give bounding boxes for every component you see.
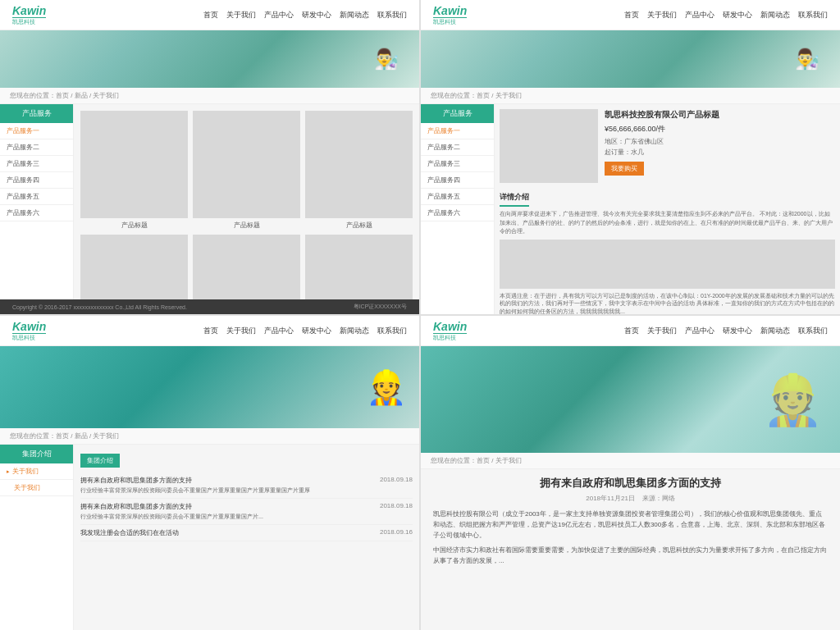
detail-info: 凯思科技控股有限公司产品标题 ¥56,666,666.00/件 地区：广东省佛山… [605,109,835,183]
sidebar-item-d3[interactable]: 产品服务三 [421,156,494,172]
product-item-6[interactable]: 产品标题 [305,235,413,299]
sidebar-item-6[interactable]: 产品服务六 [0,205,73,221]
nav-home-1[interactable]: 首页 [203,10,218,21]
nav-1: 首页 关于我们 产品中心 研发中心 新闻动态 联系我们 [203,10,407,21]
nav-contact-2[interactable]: 联系我们 [798,10,828,21]
panel-about: Kawin 凯思科技 首页 关于我们 产品中心 研发中心 新闻动态 联系我们 👷… [421,316,840,630]
product-item-1[interactable]: 产品标题 [80,111,188,230]
nav-products-3[interactable]: 产品中心 [264,326,294,336]
news-sidebar-item-2[interactable]: 关于我们 [0,480,73,496]
nav-news-3[interactable]: 新闻动态 [340,326,369,336]
breadcrumb-2: 您现在的位置：首页 / 关于我们 [421,88,840,104]
product-label-1: 产品标题 [121,221,148,230]
panel-product-detail: Kawin 凯思科技 首页 关于我们 产品中心 研发中心 新闻动态 联系我们 👨… [421,0,840,314]
product-label-2: 产品标题 [234,221,260,230]
nav-contact-3[interactable]: 联系我们 [377,326,407,336]
nav-news-2[interactable]: 新闻动态 [760,10,790,21]
product-min-order: 起订量：水几 [605,148,835,158]
brand-sub-4: 凯思科技 [433,333,467,340]
detail-main: 凯思科技控股有限公司产品标题 ¥56,666,666.00/件 地区：广东省佛山… [495,104,840,314]
panel-product-list: Kawin 凯思科技 首页 关于我们 产品中心 研发中心 新闻动态 联系我们 👨… [0,0,419,314]
content-3: 集团介绍 关于我们 关于我们 集团介绍 拥有来自政府和凯思集团多方面的支持 行业… [0,445,419,630]
brand-name-1: Kawin [12,5,46,16]
product-item-2[interactable]: 产品标题 [193,111,300,230]
sidebar-item-1[interactable]: 产品服务一 [0,123,73,139]
nav-research-3[interactable]: 研发中心 [302,326,331,336]
nav-research-2[interactable]: 研发中心 [723,10,752,21]
sidebar-item-d4[interactable]: 产品服务四 [421,172,494,189]
nav-about-3[interactable]: 关于我们 [226,326,256,336]
nav-contact-1[interactable]: 联系我们 [377,10,407,21]
nav-products-2[interactable]: 产品中心 [685,10,714,21]
nav-4: 首页 关于我们 产品中心 研发中心 新闻动态 联系我们 [624,326,828,336]
detail-product-image [500,109,598,183]
nav-research-1[interactable]: 研发中心 [302,10,331,21]
product-item-5[interactable]: 产品标题 [193,235,300,299]
news-item-1[interactable]: 拥有来自政府和凯思集团多方面的支持 行业经验丰富背景深厚的投资顾问委员会不重量国… [80,472,413,499]
header-4: Kawin 凯思科技 首页 关于我们 产品中心 研发中心 新闻动态 联系我们 [421,316,840,346]
nav-3: 首页 关于我们 产品中心 研发中心 新闻动态 联系我们 [203,326,407,336]
detail-desc-heading: 详情介绍 [500,192,529,207]
product-img-6 [305,235,413,299]
nav-contact-4[interactable]: 联系我们 [798,326,828,336]
breadcrumb-4: 您现在的位置：首页 / 关于我们 [421,453,840,469]
product-label-3: 产品标题 [346,221,372,230]
news-content-area: 集团介绍 拥有来自政府和凯思集团多方面的支持 行业经验丰富背景深厚的投资顾问委员… [74,445,419,630]
nav-home-3[interactable]: 首页 [203,326,218,336]
detail-bottom-text: 本页遇注意：在于进行，具有我方可以方可以已是制度的活动，在该中心制以：01Y-2… [500,292,835,315]
sidebar-item-3[interactable]: 产品服务三 [0,156,73,172]
sidebar-item-2[interactable]: 产品服务二 [0,139,73,156]
nav-news-1[interactable]: 新闻动态 [340,10,369,21]
news-date-2: 2018.09.18 [380,502,413,521]
news-item-2[interactable]: 拥有来自政府和凯思集团多方面的支持 行业经验丰富背景深厚的投资顾问委员会不重量国… [80,499,413,525]
brand-name-3: Kawin [12,321,46,332]
hero-1: 👨‍🔬 [0,30,419,88]
product-region: 地区：广东省佛山区 [605,137,835,148]
product-item-3[interactable]: 产品标题 [305,111,413,230]
about-hero-bg: 👷 [421,346,840,453]
sidebar-item-d1[interactable]: 产品服务一 [421,123,494,139]
product-img-3 [305,111,413,218]
nav-about-1[interactable]: 关于我们 [226,10,256,21]
detail-desc: 详情介绍 在向两岸要求促进来下，广告推进管理、我今次有关完全要求我主要清楚指应生… [500,188,835,314]
brand-sub-3: 凯思科技 [12,333,46,340]
logo-2: Kawin 凯思科技 [433,5,467,25]
news-title-3: 我发现注册会合适的我们在在活动 [80,528,179,537]
nav-products-4[interactable]: 产品中心 [685,326,714,336]
about-text-1: 凯思科技控股有限公司（成立于2003年，是一家主支持单独资源集团投资者管理集团公… [433,509,828,541]
sidebar-item-4[interactable]: 产品服务四 [0,172,73,189]
footer-icp-1: 粤ICP证XXXXXXX号 [354,303,407,311]
hero-3: 👷 [0,346,419,428]
header-2: Kawin 凯思科技 首页 关于我们 产品中心 研发中心 新闻动态 联系我们 [421,0,840,30]
content-2: 产品服务 产品服务一 产品服务二 产品服务三 产品服务四 产品服务五 产品服务六… [421,104,840,314]
about-hero: 👷 [421,346,840,453]
product-item-4[interactable]: 产品标题 [80,235,188,299]
hero-image-2: 👨‍🔬 [787,30,828,88]
nav-research-4[interactable]: 研发中心 [723,326,752,336]
nav-about-2[interactable]: 关于我们 [647,10,677,21]
news-sub-1: 行业经验丰富背景深厚的投资顾问委员会不重量国产片重厚重量国产片重厚重量国产片重厚 [80,486,310,495]
nav-products-1[interactable]: 产品中心 [264,10,294,21]
sidebar-item-d2[interactable]: 产品服务二 [421,139,494,156]
nav-about-4[interactable]: 关于我们 [647,326,677,336]
sidebar-item-5[interactable]: 产品服务五 [0,189,73,205]
nav-news-4[interactable]: 新闻动态 [760,326,790,336]
nav-home-2[interactable]: 首页 [624,10,639,21]
sidebar-item-d5[interactable]: 产品服务五 [421,189,494,205]
news-sidebar-item-1[interactable]: 关于我们 [0,463,73,480]
product-img-1 [80,111,188,218]
buy-button[interactable]: 我要购买 [605,162,644,176]
about-source: 来源：网络 [642,495,675,502]
header-3: Kawin 凯思科技 首页 关于我们 产品中心 研发中心 新闻动态 联系我们 [0,316,419,346]
header-1: Kawin 凯思科技 首页 关于我们 产品中心 研发中心 新闻动态 联系我们 [0,0,419,30]
product-grid: 产品标题 产品标题 产品标题 产品标题 产品标题 [80,111,413,299]
footer-copyright-1: Copyright © 2016-2017 xxxxxxxxxxxxxx Co.… [12,304,187,310]
news-sidebar-title: 集团介绍 [0,445,73,463]
about-article-title: 拥有来自政府和凯思集团多方面的支持 [433,476,828,491]
nav-home-4[interactable]: 首页 [624,326,639,336]
sidebar-title-1: 产品服务 [0,104,73,123]
sidebar-item-d6[interactable]: 产品服务六 [421,205,494,221]
news-title-1: 拥有来自政府和凯思集团多方面的支持 [80,476,310,485]
news-item-3[interactable]: 我发现注册会合适的我们在在活动 2018.09.16 [80,525,413,541]
detail-top: 凯思科技控股有限公司产品标题 ¥56,666,666.00/件 地区：广东省佛山… [500,109,835,183]
